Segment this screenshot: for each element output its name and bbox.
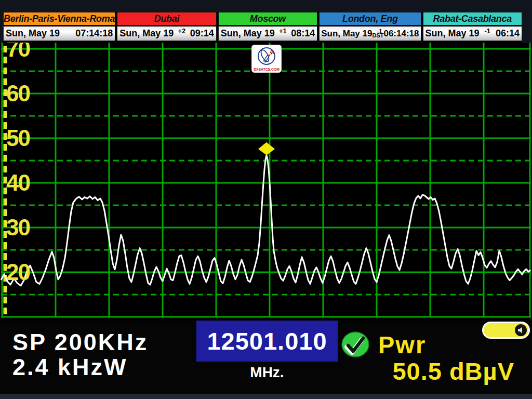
y-axis-label-20: 20	[6, 261, 30, 284]
city-date: Sun, May 19	[119, 28, 174, 39]
city-name: Dubai	[117, 12, 216, 25]
city-time-row: Sun, May 19 -1 DST 06:14:18	[319, 25, 421, 41]
frequency-unit: MHz.	[196, 364, 338, 381]
frequency-display: 12501.010	[196, 321, 338, 362]
power-label: Pwr	[378, 330, 426, 359]
city-time: 06:14	[496, 28, 520, 39]
clock-cell-london: London, Eng Sun, May 19 -1 DST 06:14:18	[319, 12, 421, 43]
readout-bar: SP 200KHz 2.4 kHzW 12501.010 MHz. Pwr 50…	[0, 321, 532, 394]
volume-pill-button[interactable]	[482, 322, 530, 339]
y-axis-label-50: 50	[6, 127, 30, 150]
utc-offset: +2	[178, 27, 186, 35]
utc-offset: -1	[377, 29, 382, 33]
city-name: Rabat-Casablanca	[423, 12, 522, 25]
world-clock-bar: Berlin-Paris-Vienna-Roma Sun, May 19 07:…	[3, 12, 522, 43]
y-axis-label-60: 60	[6, 82, 30, 105]
spectrum-plot: 70 60 50 40 30 20 DXSATCS.COM	[0, 43, 532, 321]
bottom-border-strip	[0, 394, 532, 399]
power-value: 50.5 dBµV	[392, 357, 514, 385]
speaker-icon	[515, 324, 527, 336]
city-time: 06:14:18	[383, 29, 419, 39]
spectrum-grid-and-trace	[0, 43, 532, 321]
y-axis-label-40: 40	[6, 171, 30, 194]
city-name: Moscow	[218, 12, 317, 25]
span-bandwidth-readout: SP 200KHz 2.4 kHzW	[12, 330, 148, 380]
dxsatcs-logo: DXSATCS.COM	[251, 45, 282, 73]
y-axis-label-70: 70	[6, 43, 30, 60]
bandwidth-value: 2.4 kHzW	[12, 355, 148, 380]
span-value: SP 200KHz	[12, 330, 148, 355]
clock-cell-dubai: Dubai Sun, May 19 +2 09:14	[117, 12, 216, 43]
utc-offset: -1	[484, 27, 490, 35]
clock-cell-moscow: Moscow Sun, May 19 +1 08:14	[218, 12, 317, 43]
city-time: 09:14	[190, 28, 214, 39]
city-date: Sun, May 19	[321, 29, 372, 39]
clock-cell-berlin: Berlin-Paris-Vienna-Roma Sun, May 19 07:…	[3, 12, 115, 43]
city-time-row: Sun, May 19 07:14:18	[3, 25, 115, 41]
city-date: Sun, May 19	[6, 28, 60, 39]
city-time: 08:14	[291, 28, 315, 39]
city-time: 07:14:18	[75, 28, 113, 39]
city-date: Sun, May 19	[425, 28, 480, 39]
dst-offset: -1 DST	[372, 29, 383, 37]
city-name: London, Eng	[319, 12, 421, 25]
logo-text: DXSATCS.COM	[254, 68, 280, 71]
y-axis-label-30: 30	[6, 216, 30, 239]
city-time-row: Sun, May 19 -1 06:14	[423, 25, 522, 41]
utc-offset: +1	[279, 27, 287, 35]
city-time-row: Sun, May 19 +2 09:14	[117, 25, 216, 41]
clock-cell-rabat: Rabat-Casablanca Sun, May 19 -1 06:14	[423, 12, 522, 43]
city-name: Berlin-Paris-Vienna-Roma	[3, 12, 115, 25]
lock-check-icon	[341, 331, 370, 357]
city-time-row: Sun, May 19 +1 08:14	[218, 25, 317, 41]
city-date: Sun, May 19	[221, 28, 275, 39]
